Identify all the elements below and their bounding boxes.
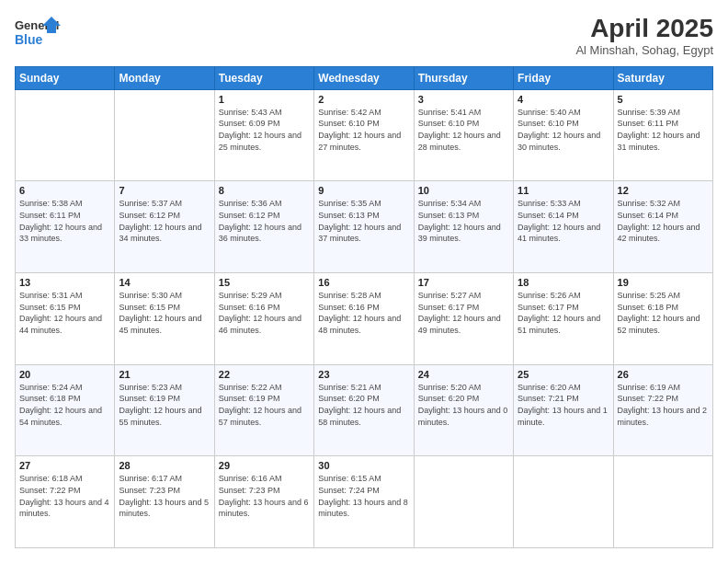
col-sunday: Sunday <box>16 66 115 89</box>
table-row: 15Sunrise: 5:29 AMSunset: 6:16 PMDayligh… <box>214 273 313 365</box>
col-saturday: Saturday <box>613 66 712 89</box>
day-info: Sunrise: 6:15 AMSunset: 7:24 PMDaylight:… <box>318 473 409 519</box>
day-info: Sunrise: 5:38 AMSunset: 6:11 PMDaylight:… <box>19 198 110 244</box>
table-row: 7Sunrise: 5:37 AMSunset: 6:12 PMDaylight… <box>115 181 214 273</box>
day-number: 10 <box>418 185 509 196</box>
day-info: Sunrise: 5:25 AMSunset: 6:18 PMDaylight:… <box>618 290 709 336</box>
col-tuesday: Tuesday <box>214 66 313 89</box>
table-row: 6Sunrise: 5:38 AMSunset: 6:11 PMDaylight… <box>16 181 115 273</box>
day-info: Sunrise: 5:24 AMSunset: 6:18 PMDaylight:… <box>19 382 110 428</box>
table-row: 27Sunrise: 6:18 AMSunset: 7:22 PMDayligh… <box>16 456 115 548</box>
table-row: 13Sunrise: 5:31 AMSunset: 6:15 PMDayligh… <box>16 273 115 365</box>
table-row: 29Sunrise: 6:16 AMSunset: 7:23 PMDayligh… <box>214 456 313 548</box>
day-info: Sunrise: 5:23 AMSunset: 6:19 PMDaylight:… <box>119 382 210 428</box>
table-row <box>613 456 712 548</box>
day-info: Sunrise: 5:32 AMSunset: 6:14 PMDaylight:… <box>618 198 709 244</box>
table-row <box>514 456 613 548</box>
table-row: 2Sunrise: 5:42 AMSunset: 6:10 PMDaylight… <box>314 89 414 181</box>
day-info: Sunrise: 5:22 AMSunset: 6:19 PMDaylight:… <box>219 382 310 428</box>
col-monday: Monday <box>115 66 214 89</box>
day-info: Sunrise: 5:30 AMSunset: 6:15 PMDaylight:… <box>119 290 210 336</box>
table-row: 30Sunrise: 6:15 AMSunset: 7:24 PMDayligh… <box>314 456 414 548</box>
day-number: 3 <box>418 94 509 105</box>
day-info: Sunrise: 5:37 AMSunset: 6:12 PMDaylight:… <box>119 198 210 244</box>
calendar-week-row: 20Sunrise: 5:24 AMSunset: 6:18 PMDayligh… <box>16 364 713 456</box>
table-row: 19Sunrise: 5:25 AMSunset: 6:18 PMDayligh… <box>613 273 712 365</box>
day-number: 23 <box>318 369 409 380</box>
calendar-header-row: Sunday Monday Tuesday Wednesday Thursday… <box>16 66 713 89</box>
day-info: Sunrise: 5:34 AMSunset: 6:13 PMDaylight:… <box>418 198 509 244</box>
day-number: 7 <box>119 185 210 196</box>
day-info: Sunrise: 6:16 AMSunset: 7:23 PMDaylight:… <box>219 473 310 519</box>
day-number: 21 <box>119 369 210 380</box>
table-row: 26Sunrise: 6:19 AMSunset: 7:22 PMDayligh… <box>613 364 712 456</box>
title-block: April 2025 Al Minshah, Sohag, Egypt <box>575 15 713 57</box>
table-row: 5Sunrise: 5:39 AMSunset: 6:11 PMDaylight… <box>613 89 712 181</box>
day-number: 5 <box>618 94 709 105</box>
day-number: 4 <box>518 94 609 105</box>
table-row: 1Sunrise: 5:43 AMSunset: 6:09 PMDaylight… <box>214 89 313 181</box>
day-info: Sunrise: 5:29 AMSunset: 6:16 PMDaylight:… <box>219 290 310 336</box>
day-number: 1 <box>219 94 310 105</box>
table-row: 18Sunrise: 5:26 AMSunset: 6:17 PMDayligh… <box>514 273 613 365</box>
table-row <box>16 89 115 181</box>
day-number: 24 <box>418 369 509 380</box>
table-row <box>115 89 214 181</box>
day-number: 27 <box>19 460 110 471</box>
day-info: Sunrise: 5:40 AMSunset: 6:10 PMDaylight:… <box>518 107 609 153</box>
page: GeneralBlue April 2025 Al Minshah, Sohag… <box>0 0 728 563</box>
table-row: 20Sunrise: 5:24 AMSunset: 6:18 PMDayligh… <box>16 364 115 456</box>
table-row: 14Sunrise: 5:30 AMSunset: 6:15 PMDayligh… <box>115 273 214 365</box>
svg-text:Blue: Blue <box>15 32 43 47</box>
col-wednesday: Wednesday <box>314 66 414 89</box>
calendar-week-row: 6Sunrise: 5:38 AMSunset: 6:11 PMDaylight… <box>16 181 713 273</box>
logo-svg: GeneralBlue <box>15 15 61 52</box>
logo: GeneralBlue <box>15 15 61 52</box>
day-info: Sunrise: 5:20 AMSunset: 6:20 PMDaylight:… <box>418 382 509 428</box>
day-number: 26 <box>618 369 709 380</box>
day-info: Sunrise: 5:42 AMSunset: 6:10 PMDaylight:… <box>318 107 409 153</box>
day-info: Sunrise: 5:28 AMSunset: 6:16 PMDaylight:… <box>318 290 409 336</box>
day-number: 29 <box>219 460 310 471</box>
table-row: 22Sunrise: 5:22 AMSunset: 6:19 PMDayligh… <box>214 364 313 456</box>
calendar-table: Sunday Monday Tuesday Wednesday Thursday… <box>15 66 713 548</box>
day-number: 28 <box>119 460 210 471</box>
calendar-week-row: 13Sunrise: 5:31 AMSunset: 6:15 PMDayligh… <box>16 273 713 365</box>
day-number: 15 <box>219 277 310 288</box>
day-info: Sunrise: 5:27 AMSunset: 6:17 PMDaylight:… <box>418 290 509 336</box>
table-row: 17Sunrise: 5:27 AMSunset: 6:17 PMDayligh… <box>414 273 513 365</box>
day-number: 22 <box>219 369 310 380</box>
subtitle: Al Minshah, Sohag, Egypt <box>575 43 713 57</box>
table-row: 11Sunrise: 5:33 AMSunset: 6:14 PMDayligh… <box>514 181 613 273</box>
day-number: 19 <box>618 277 709 288</box>
day-info: Sunrise: 5:31 AMSunset: 6:15 PMDaylight:… <box>19 290 110 336</box>
day-info: Sunrise: 5:26 AMSunset: 6:17 PMDaylight:… <box>518 290 609 336</box>
day-number: 20 <box>19 369 110 380</box>
table-row: 10Sunrise: 5:34 AMSunset: 6:13 PMDayligh… <box>414 181 513 273</box>
table-row: 9Sunrise: 5:35 AMSunset: 6:13 PMDaylight… <box>314 181 414 273</box>
day-number: 9 <box>318 185 409 196</box>
day-info: Sunrise: 6:17 AMSunset: 7:23 PMDaylight:… <box>119 473 210 519</box>
table-row: 25Sunrise: 6:20 AMSunset: 7:21 PMDayligh… <box>514 364 613 456</box>
day-number: 25 <box>518 369 609 380</box>
day-info: Sunrise: 5:41 AMSunset: 6:10 PMDaylight:… <box>418 107 509 153</box>
day-info: Sunrise: 5:33 AMSunset: 6:14 PMDaylight:… <box>518 198 609 244</box>
table-row: 24Sunrise: 5:20 AMSunset: 6:20 PMDayligh… <box>414 364 513 456</box>
calendar-week-row: 1Sunrise: 5:43 AMSunset: 6:09 PMDaylight… <box>16 89 713 181</box>
day-number: 18 <box>518 277 609 288</box>
day-number: 12 <box>618 185 709 196</box>
day-number: 11 <box>518 185 609 196</box>
day-number: 2 <box>318 94 409 105</box>
day-number: 17 <box>418 277 509 288</box>
calendar-week-row: 27Sunrise: 6:18 AMSunset: 7:22 PMDayligh… <box>16 456 713 548</box>
day-info: Sunrise: 5:36 AMSunset: 6:12 PMDaylight:… <box>219 198 310 244</box>
day-info: Sunrise: 5:35 AMSunset: 6:13 PMDaylight:… <box>318 198 409 244</box>
table-row: 16Sunrise: 5:28 AMSunset: 6:16 PMDayligh… <box>314 273 414 365</box>
day-info: Sunrise: 5:43 AMSunset: 6:09 PMDaylight:… <box>219 107 310 153</box>
day-info: Sunrise: 6:19 AMSunset: 7:22 PMDaylight:… <box>618 382 709 428</box>
day-number: 8 <box>219 185 310 196</box>
table-row: 28Sunrise: 6:17 AMSunset: 7:23 PMDayligh… <box>115 456 214 548</box>
day-number: 14 <box>119 277 210 288</box>
day-number: 16 <box>318 277 409 288</box>
main-title: April 2025 <box>575 15 713 43</box>
